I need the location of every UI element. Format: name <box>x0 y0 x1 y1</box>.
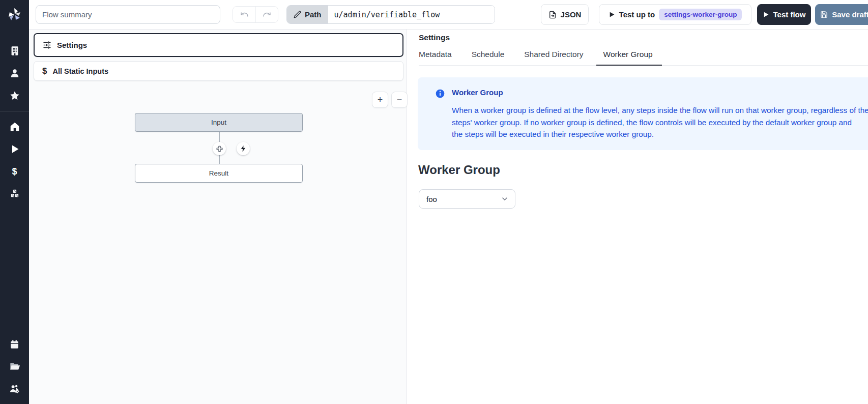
pencil-icon <box>294 11 301 18</box>
all-static-inputs-item[interactable]: $ All Static Inputs <box>34 61 403 81</box>
flow-editor-app: Path JSON Test up to settings-worker-gro… <box>0 0 868 404</box>
play-icon <box>10 144 20 154</box>
zoom-out-button[interactable]: − <box>391 92 408 108</box>
sidebar-item-groups[interactable] <box>0 378 29 400</box>
json-file-icon <box>548 11 557 19</box>
undo-button[interactable] <box>233 7 255 22</box>
sidebar-item-favorites[interactable] <box>0 84 29 107</box>
sidebar-item-workspace[interactable] <box>0 40 29 62</box>
info-icon <box>435 89 445 99</box>
trigger-button[interactable] <box>237 142 250 155</box>
test-flow-button[interactable]: Test flow <box>757 4 811 25</box>
save-icon <box>820 11 828 18</box>
folder-open-icon <box>9 361 20 372</box>
dollar-icon: $ <box>12 166 17 177</box>
sidebar-item-user[interactable] <box>0 62 29 84</box>
save-draft-button[interactable]: Save draft <box>815 4 868 25</box>
info-line: steps' worker group. If no worker group … <box>452 117 868 129</box>
path-input[interactable] <box>328 6 495 23</box>
user-group-gear-icon <box>9 383 20 395</box>
left-rail: $ <box>0 0 29 404</box>
building-icon <box>9 45 20 56</box>
all-static-inputs-label: All Static Inputs <box>52 67 108 75</box>
star-icon <box>9 90 20 101</box>
flow-editor-panel: Settings $ All Static Inputs + − Input R… <box>29 30 407 404</box>
result-node[interactable]: Result <box>135 164 303 183</box>
worker-group-select-value: foo <box>426 195 437 204</box>
undo-icon <box>240 10 249 19</box>
test-up-to-label: Test up to <box>619 10 655 19</box>
sidebar-item-resources[interactable] <box>0 183 29 205</box>
edit-path-button[interactable]: Path <box>287 6 328 23</box>
user-icon <box>9 68 20 79</box>
calendar-icon <box>9 339 20 350</box>
canvas-zoom-controls: + − <box>372 92 408 108</box>
tab-shared-directory[interactable]: Shared Directory <box>524 50 583 65</box>
topbar: Path JSON Test up to settings-worker-gro… <box>0 0 868 30</box>
add-step-button[interactable] <box>213 142 226 155</box>
path-button-label: Path <box>305 10 322 19</box>
info-line: When a worker group is defined at the fl… <box>452 104 868 117</box>
json-button[interactable]: JSON <box>541 4 589 25</box>
settings-panel: Settings Metadata Schedule Shared Direct… <box>408 30 868 404</box>
dollar-icon: $ <box>42 66 47 76</box>
info-line: the steps will be executed in their resp… <box>452 128 868 140</box>
sliders-icon <box>43 41 51 49</box>
zoom-in-button[interactable]: + <box>372 92 388 108</box>
worker-group-info-box: Worker Group When a worker group is defi… <box>418 77 868 150</box>
rail-divider <box>0 111 29 111</box>
plus-icon <box>216 145 223 153</box>
test-up-to-target-badge: settings-worker-group <box>659 9 742 20</box>
redo-icon <box>263 10 271 19</box>
sidebar-item-home[interactable] <box>0 116 29 138</box>
info-box-title: Worker Group <box>452 88 503 97</box>
play-icon <box>609 11 615 18</box>
sidebar-item-folders[interactable] <box>0 355 29 378</box>
flow-settings-label: Settings <box>57 41 87 49</box>
chevron-down-icon <box>501 195 509 203</box>
flow-settings-item[interactable]: Settings <box>34 33 403 57</box>
undo-redo-group <box>233 6 278 23</box>
tab-metadata[interactable]: Metadata <box>419 50 452 65</box>
sidebar-item-variables[interactable]: $ <box>0 160 29 183</box>
flow-summary-input[interactable] <box>36 5 220 24</box>
sidebar-item-runs[interactable] <box>0 138 29 160</box>
bolt-icon <box>240 145 247 152</box>
test-flow-label: Test flow <box>773 10 806 19</box>
sidebar-item-schedules[interactable] <box>0 333 29 355</box>
settings-tabs: Metadata Schedule Shared Directory Worke… <box>419 50 868 66</box>
json-button-label: JSON <box>561 10 582 19</box>
redo-button[interactable] <box>255 7 278 22</box>
home-icon <box>9 121 20 132</box>
play-icon <box>763 11 769 18</box>
boxes-icon <box>9 188 20 199</box>
worker-group-select[interactable]: foo <box>419 189 515 209</box>
input-node[interactable]: Input <box>135 113 303 132</box>
worker-group-heading: Worker Group <box>418 163 500 177</box>
save-draft-label: Save draft <box>832 10 868 19</box>
windmill-logo[interactable] <box>0 0 29 30</box>
tab-worker-group[interactable]: Worker Group <box>603 50 653 65</box>
tab-schedule[interactable]: Schedule <box>472 50 505 65</box>
test-up-to-button[interactable]: Test up to settings-worker-group <box>599 4 751 25</box>
settings-panel-title: Settings <box>419 33 450 42</box>
info-box-body: When a worker group is defined at the fl… <box>452 104 868 140</box>
path-group: Path <box>286 5 495 24</box>
